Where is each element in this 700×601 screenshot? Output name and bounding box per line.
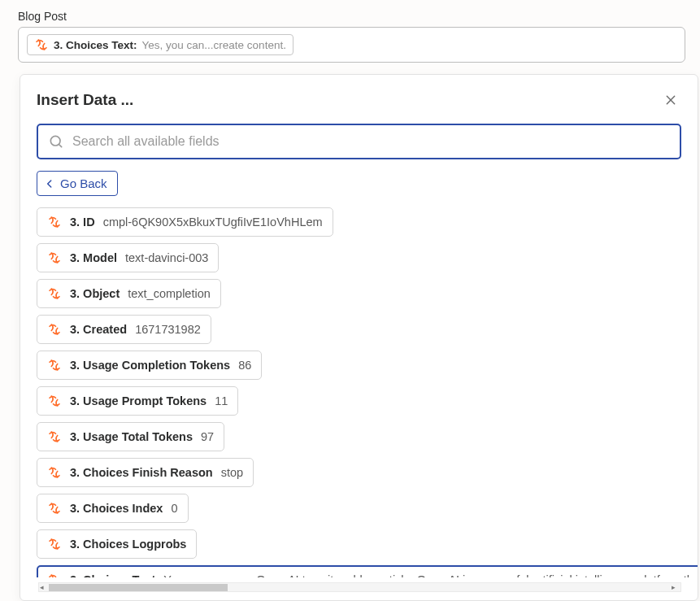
close-button[interactable] bbox=[660, 89, 681, 111]
field-item[interactable]: 3. IDcmpl-6QK90X5xBkuxTUgfiIvE1IoVhHLem bbox=[37, 207, 333, 237]
field-item[interactable]: 3. Usage Prompt Tokens11 bbox=[37, 386, 238, 416]
field-item[interactable]: 3. Usage Completion Tokens86 bbox=[37, 351, 262, 380]
scroll-right-arrow[interactable]: ▸ bbox=[672, 583, 680, 591]
scroll-left-arrow[interactable]: ◂ bbox=[40, 583, 48, 591]
field-item-value: cmpl-6QK90X5xBkuxTUgfiIvE1IoVhHLem bbox=[103, 216, 323, 229]
go-back-label: Go Back bbox=[60, 176, 107, 190]
field-item-label: 3. Usage Prompt Tokens bbox=[70, 394, 207, 407]
pill-label: 3. Choices Text: bbox=[54, 39, 137, 51]
horizontal-scrollbar[interactable]: ◂ ▸ bbox=[38, 582, 681, 592]
zapier-icon bbox=[47, 322, 62, 337]
field-item-value: 97 bbox=[201, 430, 214, 443]
field-item-label: 3. Created bbox=[70, 323, 127, 336]
scrollbar-thumb[interactable] bbox=[49, 584, 228, 591]
field-item-value: Yes, you can use Open AI to write a blog… bbox=[163, 573, 698, 577]
field-item-value: 11 bbox=[215, 394, 228, 407]
field-item-label: 3. Choices Text bbox=[70, 573, 155, 577]
close-icon bbox=[664, 94, 677, 107]
blog-post-input[interactable]: 3. Choices Text: Yes, you can...create c… bbox=[18, 27, 685, 63]
modal-title: Insert Data ... bbox=[37, 91, 133, 109]
zapier-icon bbox=[47, 465, 62, 480]
zapier-icon bbox=[47, 573, 62, 577]
search-input[interactable] bbox=[72, 134, 670, 149]
search-field[interactable] bbox=[37, 124, 681, 159]
search-icon bbox=[48, 133, 64, 150]
field-item-label: 3. Choices Index bbox=[70, 502, 163, 515]
zapier-icon bbox=[47, 286, 62, 301]
insert-data-modal: Insert Data ... Go Back 3. IDcmpl-6QK90X… bbox=[20, 74, 698, 601]
zapier-icon bbox=[47, 215, 62, 229]
field-item-value: 86 bbox=[238, 359, 251, 372]
field-label: Blog Post bbox=[18, 10, 685, 23]
field-item[interactable]: 3. Choices Index0 bbox=[37, 494, 189, 523]
zapier-icon bbox=[47, 394, 62, 408]
zapier-icon bbox=[47, 537, 62, 551]
field-item[interactable]: 3. Modeltext-davinci-003 bbox=[37, 243, 219, 272]
field-item-label: 3. Usage Completion Tokens bbox=[70, 359, 230, 372]
field-item-label: 3. Choices Finish Reason bbox=[70, 466, 213, 479]
pill-value: Yes, you can...create content. bbox=[142, 39, 286, 51]
field-item[interactable]: 3. Choices TextYes, you can use Open AI … bbox=[37, 565, 698, 577]
zapier-icon bbox=[34, 37, 49, 52]
field-item-value: 0 bbox=[171, 502, 177, 515]
field-list: 3. IDcmpl-6QK90X5xBkuxTUgfiIvE1IoVhHLem3… bbox=[20, 207, 698, 577]
field-item[interactable]: 3. Objecttext_completion bbox=[37, 279, 221, 308]
field-item-value: stop bbox=[221, 466, 243, 479]
zapier-icon bbox=[47, 501, 62, 516]
field-item-value: 1671731982 bbox=[135, 323, 201, 336]
field-item-label: 3. Object bbox=[70, 287, 120, 300]
field-item[interactable]: 3. Choices Logprobs bbox=[37, 529, 197, 559]
field-item[interactable]: 3. Created1671731982 bbox=[37, 315, 211, 344]
field-item[interactable]: 3. Choices Finish Reasonstop bbox=[37, 458, 254, 487]
field-item-label: 3. Usage Total Tokens bbox=[70, 430, 193, 443]
field-item-label: 3. ID bbox=[70, 216, 95, 229]
go-back-button[interactable]: Go Back bbox=[37, 171, 118, 196]
zapier-icon bbox=[47, 250, 62, 265]
zapier-icon bbox=[47, 429, 62, 444]
field-item-label: 3. Choices Logprobs bbox=[70, 538, 186, 551]
chevron-left-icon bbox=[44, 178, 55, 189]
field-item-value: text-davinci-003 bbox=[125, 251, 208, 264]
zapier-icon bbox=[47, 358, 62, 372]
field-item-value: text_completion bbox=[128, 287, 211, 300]
field-item-label: 3. Model bbox=[70, 251, 117, 264]
field-item[interactable]: 3. Usage Total Tokens97 bbox=[37, 422, 224, 451]
inserted-field-pill[interactable]: 3. Choices Text: Yes, you can...create c… bbox=[27, 34, 293, 55]
